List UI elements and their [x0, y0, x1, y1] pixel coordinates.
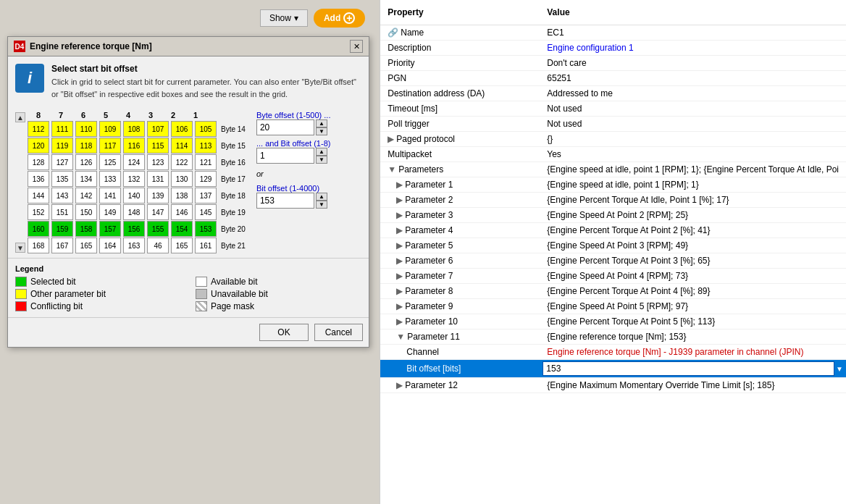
bit-cell[interactable]: 108 — [123, 121, 145, 137]
bit-cell[interactable]: 120 — [28, 138, 49, 154]
bit-cell[interactable]: 124 — [123, 154, 145, 170]
bit-cell[interactable]: 128 — [28, 154, 49, 170]
bit-cell-selected[interactable]: 160 — [28, 221, 49, 237]
bit-cell-selected[interactable]: 159 — [51, 221, 73, 237]
table-row[interactable]: ▶ Parameter 2 {Engine Percent Torque At … — [380, 193, 846, 208]
bit-cell[interactable]: 109 — [99, 121, 121, 137]
bit-cell[interactable]: 168 — [28, 238, 49, 253]
bit-cell[interactable]: 146 — [171, 204, 193, 220]
bit-and-offset-up[interactable]: ▲ — [316, 148, 327, 156]
table-row[interactable]: ▶ Parameter 1 {Engine speed at idle, poi… — [380, 177, 846, 193]
bit-total-offset-down[interactable]: ▼ — [316, 201, 327, 209]
bit-cell[interactable]: 110 — [75, 121, 97, 137]
table-row[interactable]: ▶ Parameter 8 {Engine Percent Torque At … — [380, 284, 846, 299]
bit-cell[interactable]: 123 — [147, 154, 169, 170]
bit-cell[interactable]: 161 — [195, 238, 217, 253]
bit-cell-selected[interactable]: 157 — [99, 221, 121, 237]
bit-cell[interactable]: 117 — [99, 138, 121, 154]
bit-cell[interactable]: 136 — [28, 171, 49, 187]
table-row[interactable]: ▼ Parameters {Engine speed at idle, poin… — [380, 162, 846, 177]
table-row[interactable]: ▶ Parameter 3 {Engine Speed At Point 2 [… — [380, 208, 846, 223]
bit-cell[interactable]: 129 — [195, 171, 217, 187]
bit-total-offset-input[interactable] — [256, 193, 314, 209]
table-row[interactable]: ▶ Parameter 7 {Engine Speed At Point 4 [… — [380, 269, 846, 284]
bit-cell-selected[interactable]: 153 — [195, 221, 217, 237]
bit-cell[interactable]: 115 — [147, 138, 169, 154]
bit-cell[interactable]: 144 — [28, 188, 49, 203]
byte-offset-input[interactable] — [256, 119, 314, 135]
expand-icon: ▶ — [396, 301, 403, 311]
bit-cell[interactable]: 145 — [195, 204, 217, 220]
bit-cell[interactable]: 127 — [51, 154, 73, 170]
table-row[interactable]: ▶ Parameter 12 {Engine Maximum Momentary… — [380, 378, 846, 393]
bit-cell[interactable]: 165 — [75, 238, 97, 253]
bit-cell[interactable]: 118 — [75, 138, 97, 154]
bit-cell[interactable]: 147 — [147, 204, 169, 220]
bit-cell-selected[interactable]: 158 — [75, 221, 97, 237]
bit-cell[interactable]: 139 — [147, 188, 169, 203]
bit-cell[interactable]: 150 — [75, 204, 97, 220]
scroll-up-button[interactable]: ▲ — [15, 112, 25, 122]
bit-cell[interactable]: 121 — [195, 154, 217, 170]
bit-cell[interactable]: 113 — [195, 138, 217, 154]
show-button[interactable]: Show ▾ — [260, 9, 308, 27]
bit-cell[interactable]: 125 — [99, 154, 121, 170]
bit-cell-selected[interactable]: 155 — [147, 221, 169, 237]
bit-cell[interactable]: 152 — [28, 204, 49, 220]
bit-cell[interactable]: 165 — [171, 238, 193, 253]
bit-cell-selected[interactable]: 154 — [171, 221, 193, 237]
bit-cell[interactable]: 164 — [99, 238, 121, 253]
bit-cell[interactable]: 167 — [51, 238, 73, 253]
bit-cell[interactable]: 130 — [171, 171, 193, 187]
dropdown-arrow[interactable]: ▼ — [836, 365, 843, 373]
bit-cell[interactable]: 119 — [51, 138, 73, 154]
bit-cell[interactable]: 126 — [75, 154, 97, 170]
bit-cell[interactable]: 131 — [147, 171, 169, 187]
bit-cell[interactable]: 143 — [51, 188, 73, 203]
bit-total-offset-up[interactable]: ▲ — [316, 193, 327, 201]
bit-cell[interactable]: 134 — [75, 171, 97, 187]
bit-cell[interactable]: 112 — [28, 121, 49, 137]
bit-cell[interactable]: 141 — [99, 188, 121, 203]
scroll-down-button[interactable]: ▼ — [15, 243, 25, 253]
table-row[interactable]: ▶ Parameter 6 {Engine Percent Torque At … — [380, 253, 846, 269]
prop-name: Parameter 6 — [405, 256, 453, 266]
bit-cell[interactable]: 122 — [171, 154, 193, 170]
bit-cell[interactable]: 142 — [75, 188, 97, 203]
table-row[interactable]: ▶ Paged protocol {} — [380, 132, 846, 147]
table-row[interactable]: ▶ Parameter 10 {Engine Percent Torque At… — [380, 314, 846, 329]
byte-offset-down[interactable]: ▼ — [316, 127, 327, 135]
bit-cell[interactable]: 148 — [123, 204, 145, 220]
bit-cell[interactable]: 140 — [123, 188, 145, 203]
bit-cell[interactable]: 46 — [147, 238, 169, 253]
bit-cell[interactable]: 151 — [51, 204, 73, 220]
bit-cell[interactable]: 138 — [171, 188, 193, 203]
bit-cell[interactable]: 107 — [147, 121, 169, 137]
bit-cell[interactable]: 132 — [123, 171, 145, 187]
add-button[interactable]: Add + — [314, 9, 365, 28]
bit-cell[interactable]: 116 — [123, 138, 145, 154]
bit-cell[interactable]: 106 — [171, 121, 193, 137]
byte-offset-up[interactable]: ▲ — [316, 119, 327, 127]
table-row[interactable]: ▶ Parameter 4 {Engine Percent Torque At … — [380, 223, 846, 238]
bit-cell-selected[interactable]: 156 — [123, 221, 145, 237]
bit-cell[interactable]: 135 — [51, 171, 73, 187]
bit-cell[interactable]: 137 — [195, 188, 217, 203]
ok-button[interactable]: OK — [259, 324, 308, 341]
table-row[interactable]: ▼ Parameter 11 {Engine reference torque … — [380, 329, 846, 345]
table-row-selected[interactable]: Bit offset [bits] ▼ — [380, 360, 846, 378]
bit-cell[interactable]: 114 — [171, 138, 193, 154]
bit-cell[interactable]: 149 — [99, 204, 121, 220]
table-row[interactable]: ▶ Parameter 5 {Engine Speed At Point 3 [… — [380, 238, 846, 253]
bit-offset-input[interactable] — [543, 361, 834, 376]
bit-cell[interactable]: 105 — [195, 121, 217, 137]
table-row[interactable]: ▶ Parameter 9 {Engine Speed At Point 5 [… — [380, 299, 846, 314]
bit-cell[interactable]: 163 — [123, 238, 145, 253]
bit-cell[interactable]: 133 — [99, 171, 121, 187]
bit-and-offset-input[interactable] — [256, 148, 314, 164]
bit-cell[interactable]: 111 — [51, 121, 73, 137]
info-icon: i — [15, 64, 44, 93]
bit-and-offset-down[interactable]: ▼ — [316, 156, 327, 164]
close-button[interactable]: ✕ — [350, 40, 363, 53]
cancel-button[interactable]: Cancel — [314, 324, 363, 341]
